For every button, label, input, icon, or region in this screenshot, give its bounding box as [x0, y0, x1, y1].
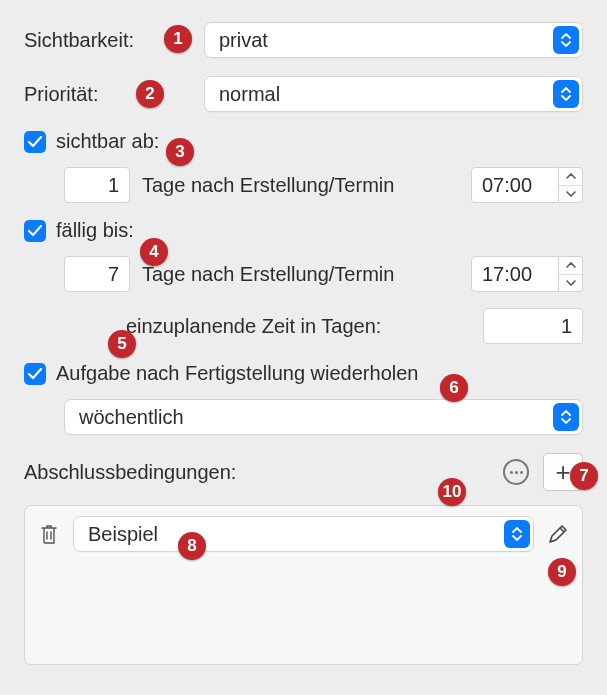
- chevrons-icon: [553, 403, 579, 431]
- plus-icon: +: [555, 457, 570, 488]
- list-item: Beispiel: [35, 516, 572, 552]
- days-after-label-2: Tage nach Erstellung/Termin: [142, 263, 459, 286]
- repeat-checkbox[interactable]: [24, 363, 46, 385]
- edit-condition-button[interactable]: [544, 520, 572, 548]
- condition-value: Beispiel: [88, 523, 504, 546]
- completion-conditions-label: Abschlussbedingungen:: [24, 461, 236, 484]
- annotation-marker: 10: [438, 478, 466, 506]
- chevrons-icon: [553, 26, 579, 54]
- priority-value: normal: [219, 83, 553, 106]
- repeat-frequency-select[interactable]: wöchentlich: [64, 399, 583, 435]
- annotation-marker: 9: [548, 558, 576, 586]
- stepper-down-icon[interactable]: [559, 275, 582, 292]
- visible-time-stepper[interactable]: [559, 167, 583, 203]
- priority-label: Priorität:: [24, 83, 204, 106]
- annotation-marker: 4: [140, 238, 168, 266]
- repeat-frequency-value: wöchentlich: [79, 406, 553, 429]
- annotation-marker: 3: [166, 138, 194, 166]
- planning-time-label: einzuplanende Zeit in Tagen:: [126, 315, 381, 338]
- visible-time-input[interactable]: 07:00: [471, 167, 559, 203]
- annotation-marker: 1: [164, 25, 192, 53]
- annotation-marker: 7: [570, 462, 598, 490]
- chevrons-icon: [553, 80, 579, 108]
- days-after-label: Tage nach Erstellung/Termin: [142, 174, 459, 197]
- trash-icon: [39, 523, 59, 545]
- due-time-stepper[interactable]: [559, 256, 583, 292]
- repeat-label: Aufgabe nach Fertigstellung wiederholen: [56, 362, 418, 385]
- visible-from-label: sichtbar ab:: [56, 130, 159, 153]
- annotation-marker: 2: [136, 80, 164, 108]
- annotation-marker: 8: [178, 532, 206, 560]
- annotation-marker: 5: [108, 330, 136, 358]
- visibility-value: privat: [219, 29, 553, 52]
- due-until-checkbox[interactable]: [24, 220, 46, 242]
- stepper-up-icon[interactable]: [559, 257, 582, 275]
- condition-select[interactable]: Beispiel: [73, 516, 534, 552]
- due-days-input[interactable]: 7: [64, 256, 130, 292]
- priority-select[interactable]: normal: [204, 76, 583, 112]
- annotation-marker: 6: [440, 374, 468, 402]
- planning-days-input[interactable]: 1: [483, 308, 583, 344]
- more-options-button[interactable]: [503, 459, 529, 485]
- due-until-label: fällig bis:: [56, 219, 134, 242]
- stepper-down-icon[interactable]: [559, 186, 582, 203]
- conditions-list: Beispiel: [24, 505, 583, 665]
- visible-days-input[interactable]: 1: [64, 167, 130, 203]
- delete-condition-button[interactable]: [35, 520, 63, 548]
- pencil-icon: [547, 523, 569, 545]
- visible-from-checkbox[interactable]: [24, 131, 46, 153]
- ellipsis-icon: [510, 471, 523, 474]
- due-time-input[interactable]: 17:00: [471, 256, 559, 292]
- visibility-select[interactable]: privat: [204, 22, 583, 58]
- stepper-up-icon[interactable]: [559, 168, 582, 186]
- chevrons-icon: [504, 520, 530, 548]
